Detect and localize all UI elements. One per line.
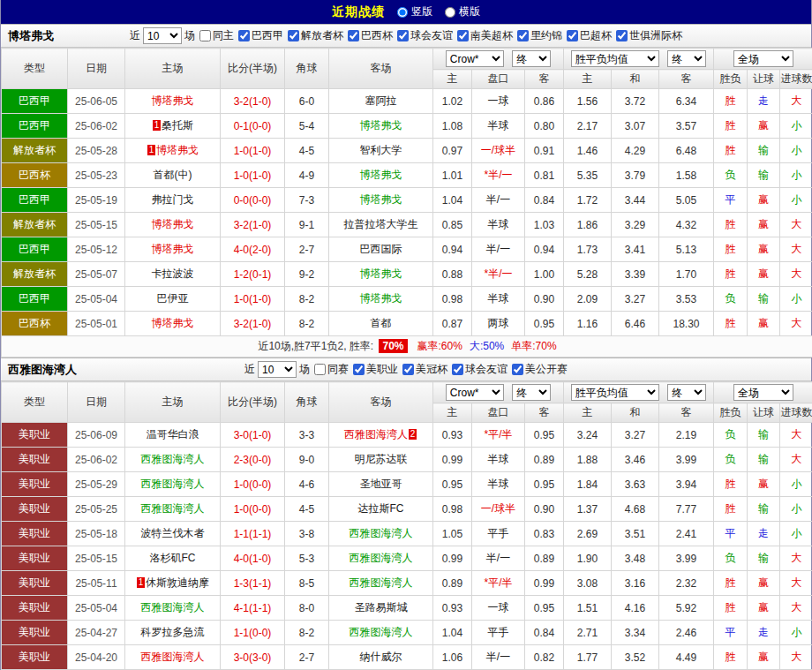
avg-type-select[interactable]: 胜平负均值 bbox=[571, 384, 659, 401]
home-team-link[interactable]: 首都(中) bbox=[154, 169, 192, 181]
filter-checkbox[interactable] bbox=[402, 364, 414, 375]
away-team-link[interactable]: 智利大学 bbox=[360, 144, 402, 156]
home-team-link[interactable]: 休斯敦迪纳摩 bbox=[146, 576, 209, 589]
filter-checkbox[interactable] bbox=[314, 364, 326, 375]
home-team-link[interactable]: 波特兰伐木者 bbox=[141, 527, 205, 539]
filter-checkbox[interactable] bbox=[199, 30, 211, 41]
filter-option[interactable]: 球会友谊 bbox=[452, 362, 508, 377]
away-team-link[interactable]: 拉普拉塔大学生 bbox=[344, 218, 418, 230]
home-team-link[interactable]: 桑托斯 bbox=[162, 119, 193, 132]
filter-option[interactable]: 世俱洲际杯 bbox=[616, 28, 682, 43]
avg-away-odds: 6.34 bbox=[659, 89, 714, 114]
home-team-link[interactable]: 温哥华白浪 bbox=[147, 428, 199, 440]
odds-away: 0.95 bbox=[525, 423, 564, 448]
filter-checkbox[interactable] bbox=[452, 364, 463, 375]
filter-checkbox[interactable] bbox=[348, 30, 359, 41]
away-team-link[interactable]: 塞阿拉 bbox=[365, 94, 397, 107]
avg-draw-odds: 3.41 bbox=[612, 237, 659, 262]
layout-option-vertical[interactable]: 竖版 bbox=[397, 4, 432, 19]
away-team-link[interactable]: 明尼苏达联 bbox=[355, 453, 408, 465]
away-team-link[interactable]: 博塔弗戈 bbox=[360, 292, 402, 305]
away-team-link[interactable]: 博塔弗戈 bbox=[360, 119, 402, 132]
avg-stage-select[interactable]: 终 bbox=[667, 50, 706, 67]
avg-home-odds: 1.16 bbox=[564, 312, 612, 336]
filter-bar: 近 10 场 同主巴西甲解放者杯巴西杯球会友谊南美超杯里约锦巴超杯世俱洲际杯 bbox=[130, 27, 682, 44]
bookmaker-select[interactable]: Crow* bbox=[446, 50, 504, 67]
filter-checkbox[interactable] bbox=[616, 30, 628, 41]
home-team-link[interactable]: 西雅图海湾人 bbox=[141, 601, 205, 614]
filter-checkbox[interactable] bbox=[238, 30, 250, 41]
match-date: 25-06-02 bbox=[68, 114, 125, 139]
away-team-link[interactable]: 首都 bbox=[371, 317, 392, 329]
home-team-link[interactable]: 博塔弗戈 bbox=[152, 218, 194, 230]
team-name: 西雅图海湾人 bbox=[8, 362, 77, 378]
away-team-link[interactable]: 博塔弗戈 bbox=[360, 193, 402, 206]
away-team-link[interactable]: 西雅图海湾人 bbox=[344, 428, 408, 440]
away-team-link[interactable]: 纳什威尔 bbox=[360, 651, 402, 663]
away-team-link[interactable]: 圣路易斯城 bbox=[355, 601, 408, 614]
home-team-link[interactable]: 弗拉门戈 bbox=[152, 193, 194, 206]
away-team-link[interactable]: 博塔弗戈 bbox=[360, 169, 402, 181]
filter-option[interactable]: 美职业 bbox=[353, 362, 398, 377]
filter-option[interactable]: 美公开赛 bbox=[512, 362, 568, 377]
filter-option[interactable]: 同赛 bbox=[314, 362, 349, 377]
match-count-select[interactable]: 10 bbox=[143, 27, 182, 44]
filter-checkbox[interactable] bbox=[567, 30, 578, 41]
away-team-link[interactable]: 巴西国际 bbox=[360, 243, 402, 255]
filter-option[interactable]: 里约锦 bbox=[517, 28, 562, 43]
filter-option[interactable]: 球会友谊 bbox=[397, 28, 453, 43]
home-team-link[interactable]: 西雅图海湾人 bbox=[141, 453, 205, 465]
filter-option[interactable]: 解放者杯 bbox=[288, 28, 343, 43]
result-wdl: 胜 bbox=[714, 213, 748, 237]
away-team-cell: 明尼苏达联 bbox=[329, 448, 433, 472]
filter-checkbox[interactable] bbox=[517, 30, 529, 41]
odds-stage-select[interactable]: 终 bbox=[512, 50, 551, 67]
odds-stage-select[interactable]: 终 bbox=[512, 384, 551, 401]
scope-select[interactable]: 全场 bbox=[733, 384, 793, 401]
filter-checkbox[interactable] bbox=[457, 30, 469, 41]
result-handicap: 赢 bbox=[748, 571, 780, 596]
match-count-select[interactable]: 10 bbox=[258, 361, 297, 378]
filter-option[interactable]: 巴西杯 bbox=[348, 28, 393, 43]
away-team-link[interactable]: 博塔弗戈 bbox=[360, 267, 402, 280]
match-date: 25-05-12 bbox=[68, 237, 125, 262]
home-team-link[interactable]: 西雅图海湾人 bbox=[141, 478, 205, 490]
result-goals: 小 bbox=[780, 522, 812, 546]
filter-checkbox[interactable] bbox=[397, 30, 409, 41]
match-type: 美职业 bbox=[2, 497, 68, 522]
away-team-link[interactable]: 西雅图海湾人 bbox=[350, 552, 413, 564]
home-team-link[interactable]: 洛杉矶FC bbox=[150, 552, 196, 564]
odds-away: 1.00 bbox=[525, 262, 564, 287]
result-goals: 小 bbox=[780, 287, 812, 312]
home-team-link[interactable]: 博塔弗戈 bbox=[152, 243, 194, 255]
avg-stage-select[interactable]: 终 bbox=[667, 384, 706, 401]
layout-option-horizontal[interactable]: 横版 bbox=[445, 4, 480, 19]
home-team-link[interactable]: 科罗拉多急流 bbox=[141, 626, 205, 638]
home-team-link[interactable]: 博塔弗戈 bbox=[156, 144, 199, 156]
filter-option[interactable]: 美冠杯 bbox=[402, 362, 447, 377]
avg-type-select[interactable]: 胜平负均值 bbox=[571, 50, 659, 67]
away-team-link[interactable]: 西雅图海湾人 bbox=[350, 527, 413, 539]
away-team-link[interactable]: 达拉斯FC bbox=[358, 502, 404, 515]
result-handicap: 输 bbox=[748, 448, 780, 472]
home-team-link[interactable]: 巴伊亚 bbox=[157, 292, 189, 305]
filter-checkbox[interactable] bbox=[353, 364, 365, 375]
home-team-link[interactable]: 博塔弗戈 bbox=[152, 317, 194, 329]
vertical-radio-input[interactable] bbox=[397, 7, 408, 18]
bookmaker-select[interactable]: Crow* bbox=[446, 384, 504, 401]
filter-option[interactable]: 同主 bbox=[199, 28, 234, 43]
filter-checkbox[interactable] bbox=[288, 30, 299, 41]
home-team-link[interactable]: 博塔弗戈 bbox=[152, 94, 194, 107]
away-team-link[interactable]: 西雅图海湾人 bbox=[350, 626, 413, 638]
home-team-link[interactable]: 卡拉波波 bbox=[152, 267, 194, 280]
filter-option[interactable]: 南美超杯 bbox=[457, 28, 513, 43]
away-team-link[interactable]: 圣地亚哥 bbox=[360, 478, 402, 490]
filter-option[interactable]: 巴西甲 bbox=[238, 28, 283, 43]
filter-option[interactable]: 巴超杯 bbox=[567, 28, 612, 43]
home-team-link[interactable]: 西雅图海湾人 bbox=[141, 502, 205, 515]
away-team-link[interactable]: 西雅图海湾人 bbox=[350, 576, 413, 589]
home-team-link[interactable]: 西雅图海湾人 bbox=[141, 651, 205, 663]
horizontal-radio-input[interactable] bbox=[445, 7, 455, 18]
scope-select[interactable]: 全场 bbox=[733, 50, 793, 67]
filter-checkbox[interactable] bbox=[512, 364, 523, 375]
